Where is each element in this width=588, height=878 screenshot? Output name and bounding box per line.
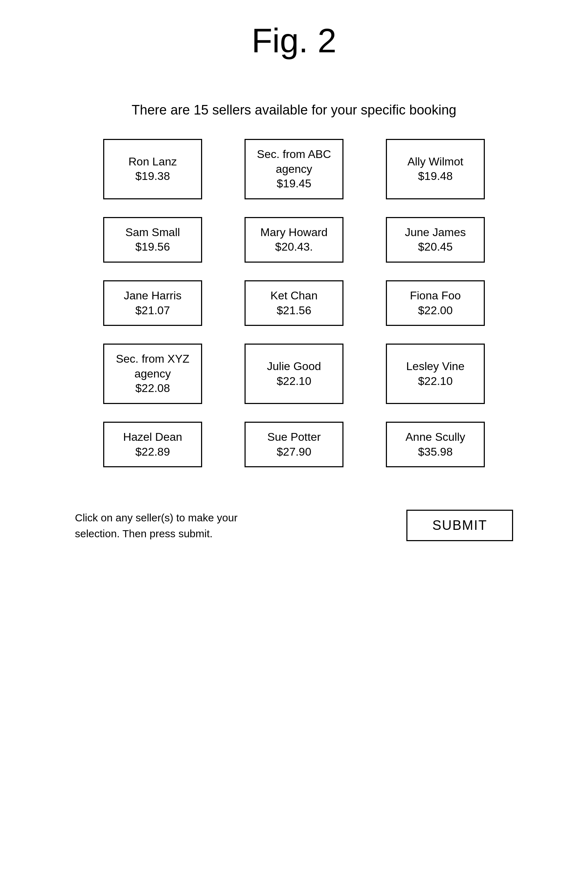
page-title: Fig. 2 — [252, 21, 336, 60]
seller-name: Fiona Foo — [410, 288, 461, 303]
seller-price: $22.08 — [135, 381, 170, 396]
seller-price: $22.89 — [135, 445, 170, 459]
seller-card[interactable]: Sam Small$19.56 — [103, 217, 202, 263]
seller-price: $20.43. — [275, 240, 313, 255]
subtitle: There are 15 sellers available for your … — [132, 102, 456, 118]
seller-price: $22.10 — [277, 374, 311, 389]
seller-card[interactable]: Ally Wilmot$19.48 — [386, 139, 485, 200]
seller-name: Anne Scully — [406, 430, 465, 445]
seller-card[interactable]: June James$20.45 — [386, 217, 485, 263]
seller-name: Mary Howard — [260, 225, 328, 240]
seller-name: Lesley Vine — [406, 359, 465, 374]
seller-price: $27.90 — [277, 445, 311, 459]
seller-card[interactable]: Sec. from ABC agency$19.45 — [244, 139, 344, 200]
seller-price: $19.56 — [135, 240, 170, 255]
seller-name: Sec. from XYZ agency — [110, 352, 196, 381]
seller-name: Ket Chan — [270, 288, 317, 303]
seller-name: Julie Good — [267, 359, 321, 374]
seller-price: $19.48 — [418, 169, 453, 184]
seller-card[interactable]: Jane Harris$21.07 — [103, 280, 202, 326]
footer: Click on any seller(s) to make your sele… — [46, 510, 542, 542]
seller-card[interactable]: Hazel Dean$22.89 — [103, 422, 202, 467]
seller-card[interactable]: Julie Good$22.10 — [244, 344, 344, 404]
seller-price: $22.10 — [418, 374, 453, 389]
seller-price: $20.45 — [418, 240, 453, 255]
seller-price: $21.56 — [277, 303, 311, 318]
seller-price: $19.45 — [277, 176, 311, 191]
seller-name: Sec. from ABC agency — [251, 147, 337, 176]
seller-name: June James — [405, 225, 466, 240]
seller-card[interactable]: Fiona Foo$22.00 — [386, 280, 485, 326]
seller-price: $22.00 — [418, 303, 453, 318]
seller-card[interactable]: Anne Scully$35.98 — [386, 422, 485, 467]
seller-card[interactable]: Lesley Vine$22.10 — [386, 344, 485, 404]
seller-name: Ron Lanz — [129, 155, 177, 169]
seller-card[interactable]: Mary Howard$20.43. — [244, 217, 344, 263]
seller-name: Sue Potter — [267, 430, 321, 445]
seller-card[interactable]: Ket Chan$21.56 — [244, 280, 344, 326]
seller-card[interactable]: Ron Lanz$19.38 — [103, 139, 202, 200]
instruction-text: Click on any seller(s) to make your sele… — [75, 510, 252, 542]
submit-button[interactable]: SUBMIT — [406, 510, 513, 541]
seller-card[interactable]: Sue Potter$27.90 — [244, 422, 344, 467]
seller-card[interactable]: Sec. from XYZ agency$22.08 — [103, 344, 202, 404]
seller-price: $19.38 — [135, 169, 170, 184]
seller-price: $21.07 — [135, 303, 170, 318]
seller-name: Sam Small — [126, 225, 180, 240]
seller-name: Jane Harris — [124, 288, 182, 303]
seller-name: Hazel Dean — [123, 430, 182, 445]
seller-name: Ally Wilmot — [407, 155, 463, 169]
seller-price: $35.98 — [418, 445, 453, 459]
sellers-grid: Ron Lanz$19.38Sec. from ABC agency$19.45… — [103, 139, 485, 467]
